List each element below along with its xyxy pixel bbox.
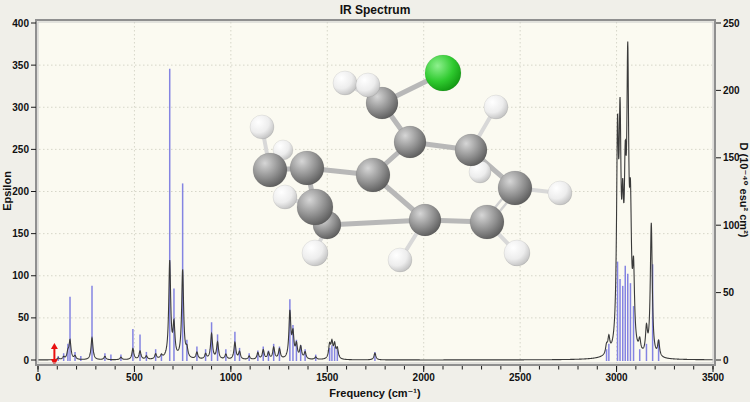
atom-h [273,185,297,209]
tick-label: 0 [23,355,29,366]
atom-c [394,126,426,158]
tick-label: 150 [12,228,29,239]
tick-label: 250 [12,144,29,155]
atom-h [484,95,508,119]
tick-label: 100 [723,220,740,231]
atom-h [250,115,274,139]
tick-label: 1500 [316,372,339,383]
tick-label: 100 [12,270,29,281]
tick-label: 150 [723,152,740,163]
atom-h [302,240,328,266]
ir-spectrum-window: 0500100015002000250030003500050100150200… [0,0,750,402]
atom-h [548,181,572,205]
tick-label: 200 [12,186,29,197]
tick-label: 0 [35,372,41,383]
tick-label: 3500 [702,372,725,383]
atom-c [470,205,504,239]
atom-c [409,204,441,236]
atom-c [498,171,532,205]
tick-label: 400 [12,18,29,29]
x-axis-title: Frequency (cm⁻¹) [329,387,421,399]
tick-label: 2500 [509,372,532,383]
atom-h [356,73,380,97]
atom-cl [425,55,461,91]
spectrum-plot[interactable]: 0500100015002000250030003500050100150200… [0,0,750,402]
tick-label: 3000 [605,372,628,383]
tick-label: 2000 [413,372,436,383]
tick-label: 300 [12,102,29,113]
chart-title: IR Spectrum [340,3,411,17]
right-axis-title: D (10⁻⁴⁰ esu² cm²) [738,143,750,238]
tick-label: 50 [18,312,30,323]
tick-label: 250 [723,18,740,29]
atom-h [388,248,412,272]
atom-h [333,71,357,95]
left-axis-title: Epsilon [1,171,13,211]
plot-background [38,21,713,364]
atom-c [297,189,333,225]
atom-c [455,134,487,166]
atom-c [356,158,390,192]
tick-label: 500 [126,372,143,383]
tick-label: 200 [723,85,740,96]
tick-label: 350 [12,60,29,71]
atom-c [253,153,287,187]
atom-h [504,240,530,266]
tick-label: 1000 [220,372,243,383]
tick-label: 50 [723,287,735,298]
tick-label: 0 [723,355,729,366]
atom-c [290,151,324,185]
